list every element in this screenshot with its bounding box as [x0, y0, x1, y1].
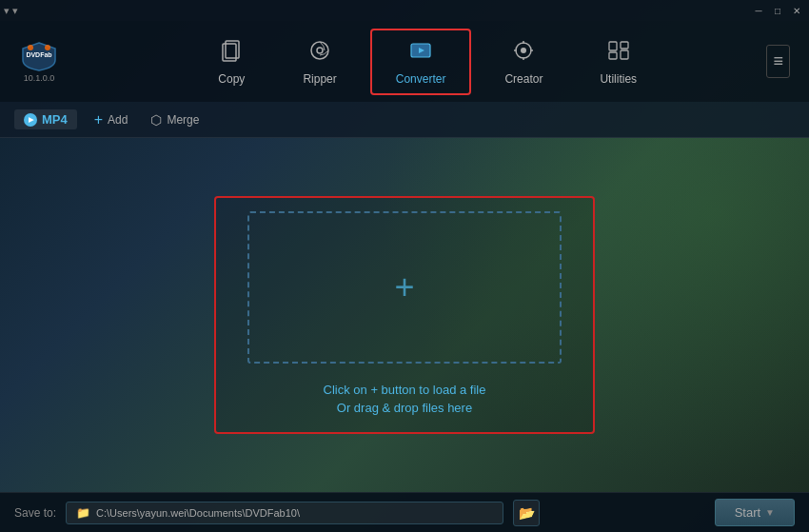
save-path-box[interactable]: 📁 C:\Users\yayun.wei\Documents\DVDFab10\ — [66, 502, 503, 524]
start-button[interactable]: Start ▼ — [715, 499, 795, 526]
toolbar: ▶ MP4 + Add ⬡ Merge — [0, 102, 809, 138]
svg-rect-12 — [609, 52, 617, 59]
logo: DVDFab 10.1.0.0 — [19, 41, 59, 83]
add-icon: + — [94, 111, 103, 128]
format-label: MP4 — [42, 112, 68, 127]
svg-rect-13 — [621, 42, 628, 49]
converter-label: Converter — [396, 72, 446, 86]
merge-label: Merge — [167, 113, 199, 127]
format-selector[interactable]: ▶ MP4 — [14, 109, 77, 129]
nav-item-converter[interactable]: Converter — [370, 29, 472, 95]
copy-label: Copy — [218, 72, 245, 86]
nav-item-copy[interactable]: Copy — [193, 30, 269, 93]
minimize-button[interactable]: ─ — [750, 3, 767, 18]
app-version: 10.1.0.0 — [24, 73, 55, 83]
drop-text: Click on + button to load a file Or drag… — [324, 383, 486, 419]
ripper-label: Ripper — [303, 72, 336, 86]
utilities-label: Utilities — [600, 72, 637, 86]
nav-items: Copy Ripper — [88, 29, 766, 95]
close-button[interactable]: ✕ — [788, 3, 805, 18]
svg-point-1 — [28, 45, 33, 50]
bottombar: Save to: 📁 C:\Users\yayun.wei\Documents\… — [0, 492, 809, 532]
nav-item-ripper[interactable]: Ripper — [279, 30, 360, 93]
drop-zone-inner[interactable]: + — [247, 211, 562, 364]
main-area: + Click on + button to load a file Or dr… — [0, 138, 809, 492]
header: DVDFab 10.1.0.0 Copy — [0, 21, 809, 102]
merge-icon: ⬡ — [150, 112, 162, 128]
merge-button[interactable]: ⬡ Merge — [145, 109, 205, 130]
browse-folder-button[interactable]: 📂 — [513, 500, 540, 526]
save-path-text: C:\Users\yayun.wei\Documents\DVDFab10\ — [96, 507, 300, 519]
svg-point-6 — [317, 48, 323, 53]
drop-line1: Click on + button to load a file — [324, 383, 486, 397]
titlebar: ▾ ▾ ─ □ ✕ — [0, 0, 809, 21]
dvdfab-logo-svg: DVDFab — [19, 41, 59, 71]
app-container: DVDFab 10.1.0.0 Copy — [0, 21, 809, 532]
copy-icon — [219, 38, 244, 69]
svg-text:DVDFab: DVDFab — [26, 51, 51, 58]
start-arrow-icon: ▼ — [765, 507, 775, 518]
creator-icon — [511, 38, 536, 69]
restore-button[interactable]: □ — [769, 3, 786, 18]
utilities-icon — [606, 38, 631, 69]
svg-point-10 — [521, 48, 526, 53]
titlebar-pin-icon: ▾ ▾ — [4, 5, 18, 17]
browse-icon: 📂 — [519, 505, 535, 521]
folder-icon: 📁 — [76, 506, 90, 520]
format-play-icon: ▶ — [24, 113, 37, 127]
svg-point-2 — [45, 45, 50, 50]
add-button[interactable]: + Add — [89, 108, 134, 131]
start-label: Start — [735, 505, 760, 520]
save-to-label: Save to: — [14, 506, 56, 520]
nav-item-utilities[interactable]: Utilities — [576, 30, 661, 93]
svg-rect-14 — [621, 50, 628, 59]
creator-label: Creator — [504, 72, 543, 86]
ripper-icon — [307, 38, 332, 69]
converter-icon — [408, 38, 433, 69]
drop-plus-icon: + — [394, 267, 414, 307]
svg-rect-11 — [609, 42, 617, 50]
nav-item-creator[interactable]: Creator — [481, 30, 566, 93]
header-menu-button[interactable]: ≡ — [766, 45, 790, 78]
drop-line2: Or drag & drop files here — [324, 401, 486, 415]
drop-zone-outer[interactable]: + Click on + button to load a file Or dr… — [214, 196, 595, 434]
add-label: Add — [108, 113, 128, 127]
svg-point-5 — [311, 42, 328, 59]
